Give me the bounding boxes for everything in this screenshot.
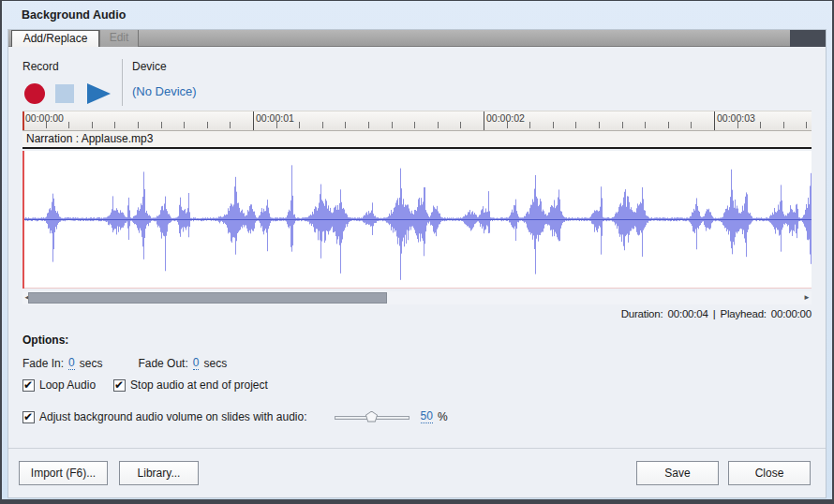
duration-label: Duration: [621,308,663,319]
waveform-scrollbar[interactable]: ◄ ► [22,291,812,304]
ruler-minor-tick [345,122,346,128]
ruler-tick-label: 00:00:01 [256,112,294,124]
volume-slider[interactable] [335,411,410,423]
timeline-ruler[interactable]: 00:00:0000:00:0100:00:0200:00:03 [22,111,812,131]
ruler-minor-tick [368,122,369,128]
fade-row: Fade In: 0 secs Fade Out: 0 secs [22,357,227,370]
device-value-link[interactable]: (No Device) [132,84,197,98]
ruler-minor-tick [737,122,738,128]
ruler-minor-tick [207,122,208,128]
volume-unit: % [438,410,448,423]
checkmark-icon: ✔ [23,410,33,423]
record-button[interactable] [24,83,45,104]
playhead-label: Playhead: [720,308,766,319]
loop-audio-label: Loop Audio [39,378,96,392]
ruler-minor-tick [161,122,162,128]
stop-audio-checkbox[interactable]: ✔ [113,379,126,392]
status-line: Duration: 00:00:04 | Playhead: 00:00:00 [621,308,812,319]
ruler-minor-tick [622,122,623,128]
stop-button[interactable] [55,84,74,103]
ruler-minor-tick [691,122,692,128]
ruler-minor-tick [138,122,139,128]
ruler-minor-tick [438,122,439,128]
fade-out-unit: secs [203,357,227,370]
ruler-minor-tick [322,122,323,128]
fade-out-value[interactable]: 0 [193,357,200,370]
record-section-label: Record [22,60,59,73]
fade-in-value[interactable]: 0 [68,357,75,370]
ruler-minor-tick [392,122,393,128]
ruler-tick-label: 00:00:00 [25,112,64,124]
ruler-minor-tick [184,122,185,128]
fade-in-unit: secs [80,357,103,370]
ruler-playhead-marker[interactable] [22,111,24,131]
tab-add-replace[interactable]: Add/Replace [11,30,99,47]
ruler-minor-tick [507,122,508,128]
adjust-volume-label: Adjust background audio volume on slides… [39,410,307,423]
ruler-minor-tick [553,122,554,128]
scrollbar-thumb[interactable] [28,292,387,304]
duration-value: 00:00:04 [668,308,708,319]
scroll-right-icon[interactable]: ► [802,291,812,304]
dialog-title: Background Audio [22,8,126,22]
play-button[interactable] [87,83,111,104]
library-button[interactable]: Library... [119,461,199,485]
ruler-minor-tick [46,122,47,128]
stop-audio-label: Stop audio at end of project [130,378,268,392]
ruler-minor-tick [645,122,646,128]
loop-audio-checkbox[interactable]: ✔ [22,379,35,392]
ruler-minor-tick [783,122,784,128]
loop-stop-row: ✔ Loop Audio ✔ Stop audio at end of proj… [22,378,268,392]
waveform-canvas [22,151,812,289]
ruler-minor-tick [599,122,600,128]
ruler-minor-tick [230,122,231,128]
waveform-playhead[interactable] [22,151,24,289]
ruler-minor-tick [575,122,576,128]
narration-track-label: Narration : Applause.mp3 [22,131,812,149]
save-button[interactable]: Save [636,461,719,485]
ruler-tick-label: 00:00:03 [717,112,755,124]
import-button[interactable]: Import (F6)... [19,461,108,485]
ruler-minor-tick [299,122,300,128]
adjust-volume-row: ✔ Adjust background audio volume on slid… [22,410,448,423]
adjust-volume-checkbox[interactable]: ✔ [22,411,35,423]
fade-in-label: Fade In: [22,357,64,370]
ruler-minor-tick [760,122,761,128]
volume-value[interactable]: 50 [421,410,433,423]
ruler-minor-tick [114,122,115,128]
ruler-minor-tick [276,122,277,128]
checkmark-icon: ✔ [23,378,33,392]
ruler-major-tick [714,111,715,130]
device-section-label: Device [132,60,167,73]
close-button[interactable]: Close [728,461,811,485]
volume-slider-thumb[interactable] [365,411,378,422]
ruler-minor-tick [806,122,807,128]
ruler-minor-tick [529,122,530,128]
status-separator: | [713,308,716,319]
options-heading: Options: [22,334,68,347]
ruler-tick-label: 00:00:02 [486,112,525,124]
ruler-minor-tick [68,122,69,128]
ruler-minor-tick [414,122,415,128]
ruler-minor-tick [92,122,93,128]
tab-strip: Add/Replace Edit [8,30,826,47]
waveform-area[interactable] [22,151,812,289]
footer-divider [8,448,826,449]
ruler-minor-tick [668,122,669,128]
background-audio-dialog: Background Audio Add/Replace Edit Record… [0,0,834,504]
fade-out-label: Fade Out: [138,357,187,370]
ruler-major-tick [253,111,254,130]
tab-edit[interactable]: Edit [99,30,139,47]
ruler-major-tick [484,111,484,130]
tab-strip-end-block [790,30,826,47]
ruler-minor-tick [460,122,461,128]
checkmark-icon: ✔ [114,378,124,392]
playhead-value: 00:00:00 [771,308,812,319]
record-device-divider [122,59,123,106]
